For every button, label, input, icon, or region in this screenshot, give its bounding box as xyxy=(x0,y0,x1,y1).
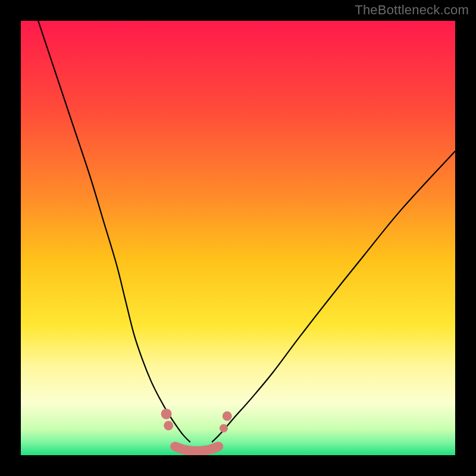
right-valley-blob-1 xyxy=(223,411,232,421)
left-curve xyxy=(38,21,190,442)
valley-base xyxy=(175,446,218,451)
left-valley-blob-2 xyxy=(164,421,173,430)
left-valley-blob-1 xyxy=(161,409,172,419)
watermark-text: TheBottleneck.com xyxy=(355,2,469,18)
chart-curves xyxy=(21,21,455,455)
plot-area xyxy=(21,21,455,455)
right-curve xyxy=(212,151,455,442)
chart-frame: TheBottleneck.com xyxy=(0,0,476,476)
right-valley-blob-2 xyxy=(220,424,228,433)
